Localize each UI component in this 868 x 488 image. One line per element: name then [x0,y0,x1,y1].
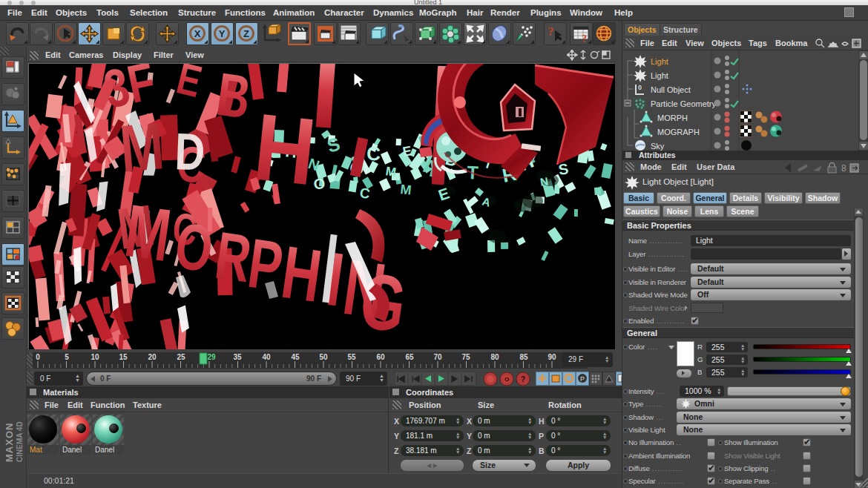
svg-text:0: 0 [36,353,40,361]
svg-text:CINEMA 4D: CINEMA 4D [16,421,24,462]
svg-text:?: ? [582,33,587,44]
svg-text:29: 29 [207,353,216,361]
svg-text:Light: Light [651,71,668,80]
svg-text:MORPH: MORPH [657,113,688,122]
svg-text:60: 60 [376,353,385,361]
svg-text:70: 70 [433,353,442,361]
svg-text:40: 40 [262,353,271,361]
svg-text:55: 55 [347,353,356,361]
svg-text:50: 50 [319,353,328,361]
svg-text:Z: Z [243,28,249,39]
svg-text:M: M [117,108,167,186]
svg-text:T: T [467,162,479,183]
svg-text:80: 80 [490,353,499,361]
svg-text:20: 20 [148,353,157,361]
svg-text:0: 0 [638,84,642,91]
svg-text:?: ? [548,24,554,39]
svg-text:?: ? [521,375,525,383]
svg-text:D: D [174,122,206,181]
svg-text:Light: Light [651,57,668,66]
svg-text:M: M [400,182,412,197]
svg-text:H: H [249,93,320,205]
svg-text:Y: Y [219,28,226,39]
svg-text:10: 10 [91,353,99,361]
svg-text:25: 25 [177,353,185,361]
svg-text:MOGRAPH: MOGRAPH [657,128,700,136]
svg-text:75: 75 [461,353,470,361]
svg-text:85: 85 [519,353,528,361]
svg-text:M: M [384,164,397,179]
svg-text:MAXON: MAXON [4,423,15,462]
svg-text:65: 65 [405,353,414,361]
svg-text:5: 5 [65,353,69,361]
svg-text:X: X [194,28,201,39]
svg-text:35: 35 [233,353,242,361]
svg-text:Sky: Sky [651,142,665,151]
svg-text:C: C [366,142,381,165]
svg-text:Particle Geometry: Particle Geometry [651,99,717,108]
svg-text:P: P [580,375,585,383]
svg-text:8: 8 [841,163,846,174]
svg-text:45: 45 [291,353,300,361]
svg-text:O: O [504,376,509,383]
svg-text:15: 15 [119,353,128,361]
svg-text:Null Object: Null Object [651,85,691,94]
svg-text:90: 90 [548,353,556,361]
